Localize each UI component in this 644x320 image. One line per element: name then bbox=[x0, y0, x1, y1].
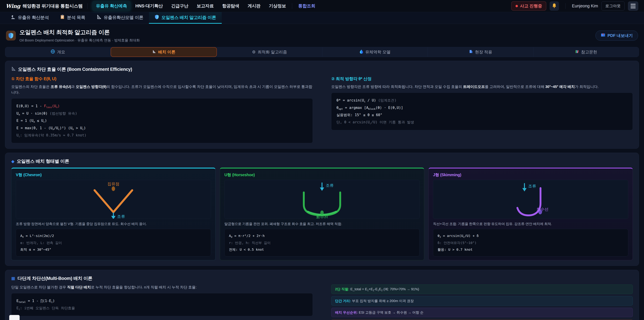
pdf-export-label: PDF 내보내기 bbox=[608, 33, 633, 38]
sub-tab-bar: 유출유 확산분석 분석 목록 유출유확산모델 이론 오일펜스 배치 알고리즘 이… bbox=[0, 12, 644, 24]
notifications-button[interactable] bbox=[550, 1, 559, 11]
divider bbox=[565, 3, 566, 9]
nav-item-board[interactable]: 게시판 bbox=[244, 1, 264, 11]
section-tab-deployment-theory[interactable]: 배치 이론 bbox=[111, 47, 217, 57]
multi-boom-card: ▦ 다단계 차단선(Multi-Boom) 배치 이론 단일 오일펜스로 차단 … bbox=[5, 270, 639, 320]
containment-left-column: ① 차단 효율 함수 E(θ, U) 오일펜스의 차단 효율은 조류 유속(U)… bbox=[11, 76, 313, 143]
user-name: Eunjeong Kim bbox=[572, 4, 598, 9]
triangle-ruler-icon bbox=[152, 50, 156, 55]
layout-caption: 직선+곡선 조합. 기름을 한쪽으로 편향 유도하여 집유. 강조류·연안 배치… bbox=[433, 221, 628, 226]
page-subtitle: Oil Boom Deployment Optimization · 유출유 확… bbox=[20, 38, 140, 43]
tab-boom-algorithm-theory[interactable]: 오일펜스 배치 알고리즘 이론 bbox=[149, 12, 222, 24]
boom-layout-types-card: ◆ 오일펜스 배치 형태별 이론 V형 (Chevron) 집유점 조류 bbox=[5, 153, 639, 266]
tab-diffusion-model-theory[interactable]: 유출유확산모델 이론 bbox=[91, 12, 149, 24]
section-tab-label: 개요 bbox=[57, 49, 65, 55]
current-label: 조류 bbox=[117, 214, 125, 219]
note-series-two-stage: 2단 직렬: E_total = E1+E2-E1E2 (예: 70%+70% … bbox=[331, 284, 633, 294]
section-tab-label: 현장 적용 bbox=[475, 49, 492, 55]
nav-item-aerial-search[interactable]: 항공탐색 bbox=[218, 1, 243, 11]
bottom-left-widget[interactable] bbox=[9, 315, 20, 320]
brand: Wing 해양환경 위기대응 통합시스템 bbox=[6, 3, 83, 9]
collection-point-dot bbox=[112, 186, 115, 191]
microscope-icon bbox=[11, 15, 16, 21]
recovery-point-dot bbox=[320, 211, 324, 215]
menu-icon bbox=[630, 4, 636, 5]
tab-label: 유출유확산모델 이론 bbox=[104, 15, 143, 21]
bell-icon bbox=[552, 3, 557, 9]
section-tab-label: 유체역학 모델 bbox=[365, 49, 390, 55]
diamond-icon: ◆ bbox=[11, 159, 14, 164]
layout-card-u-horseshoe: U형 (Horseshoe) 조류 회수선 말굽형으로 기름을 완전 포위. 폐… bbox=[220, 168, 424, 260]
multiboom-left-column: 단일 오일펜스로 차단 불가한 경우 직렬 다단 배치로 누적 차단 효율을 향… bbox=[11, 284, 313, 320]
brand-title: 해양환경 위기대응 통합시스템 bbox=[22, 3, 83, 9]
section-tab-label: 참고문헌 bbox=[581, 49, 597, 55]
top-navigation-bar: Wing 해양환경 위기대응 통합시스템 유출유 확산예측 HNS·대기확산 긴… bbox=[0, 0, 644, 12]
section-tab-bar: 개요 배치 이론 ⚙ 최적화 알고리즘 유체역학 모델 현장 적용 참고문헌 bbox=[5, 47, 639, 57]
nav-item-integrated-search[interactable]: 통합조회 bbox=[294, 1, 319, 11]
layout-caption: 조류 방향 정면에서 양측으로 펼친 V형. 기름을 중앙 집유점으로 유도. … bbox=[16, 221, 211, 226]
subsection-heading: ② 최적 방향각 θ* 산정 bbox=[331, 76, 633, 82]
layout-card-title: U형 (Horseshoe) bbox=[224, 172, 420, 178]
incident-status-badge: 사고 진행중 bbox=[511, 1, 546, 11]
nav-item-weather[interactable]: 기상정보 bbox=[265, 1, 290, 11]
brand-logo: Wing bbox=[6, 3, 20, 9]
note-stage-distance: 단간 거리: 부표 집적 방지를 위해 ≥ 200m 이격 권장 bbox=[331, 296, 633, 305]
tab-spill-analysis[interactable]: 유출유 확산분석 bbox=[5, 12, 54, 24]
divider bbox=[292, 3, 292, 9]
nav-item-rescue[interactable]: 긴급구난 bbox=[168, 1, 192, 11]
page-title-shield-icon bbox=[6, 31, 16, 41]
section-tab-optimization[interactable]: ⚙ 최적화 알고리즘 bbox=[217, 47, 322, 57]
v-boom-line bbox=[94, 190, 132, 212]
triangle-ruler-icon bbox=[96, 15, 101, 21]
containment-efficiency-card: 오일펜스 차단 효율 이론 (Boom Containment Efficien… bbox=[5, 61, 639, 149]
pdf-export-icon bbox=[601, 33, 606, 38]
section-tab-label: 최적화 알고리즘 bbox=[258, 49, 287, 55]
multiboom-formula-block: Etotal = 1 - ∏(1-Ei) Ei: i번째 오일펜스 단독 차단효… bbox=[11, 293, 313, 316]
v-chevron-diagram: 집유점 조류 bbox=[16, 180, 211, 219]
subsection-heading: ① 차단 효율 함수 E(θ, U) bbox=[11, 76, 313, 82]
u-horseshoe-diagram: 조류 회수선 bbox=[224, 180, 420, 219]
layout-card-title: J형 (Skimming) bbox=[433, 172, 628, 178]
section-tab-field-application[interactable]: 현장 적용 bbox=[428, 47, 533, 57]
water-drop-icon bbox=[360, 49, 363, 55]
main-content: 오일펜스 차단 효율 이론 (Boom Containment Efficien… bbox=[0, 57, 644, 320]
recovery-line-label: 회수선 bbox=[536, 207, 548, 212]
tab-analysis-list[interactable]: 분석 목록 bbox=[54, 12, 91, 24]
logout-button[interactable]: 로그아웃 bbox=[602, 1, 624, 11]
hamburger-menu-button[interactable] bbox=[628, 1, 638, 11]
nav-item-hns[interactable]: HNS·대기확산 bbox=[132, 1, 166, 11]
subsection-paragraph: 오일펜스의 차단 효율은 조류 유속(U)과 오일펜스 방향각(θ)의 함수입니… bbox=[11, 84, 313, 95]
note-deployment-priority: 배치 우선순위: ESI 고등급 구역 보호 → 취수원 → 어항 순 bbox=[331, 308, 633, 317]
pdf-export-button[interactable]: PDF 내보내기 bbox=[596, 31, 638, 41]
gear-icon: ⚙ bbox=[252, 50, 256, 54]
main-nav: 유출유 확산예측 HNS·대기확산 긴급구난 보고자료 항공탐색 게시판 기상정… bbox=[92, 1, 319, 11]
nav-item-oil-spill-prediction[interactable]: 유출유 확산예측 bbox=[92, 1, 131, 11]
tab-label: 오일펜스 배치 알고리즘 이론 bbox=[161, 15, 216, 21]
layout-card-v-chevron: V형 (Chevron) 집유점 조류 조류 방향 정면에서 양측으로 펼친 V… bbox=[11, 168, 216, 260]
optimal-angle-formula-block: θ* = arcsin(Uc / U) (임계조건) θopt = argmax… bbox=[331, 93, 633, 130]
j-formula-block: θJ = arcsin(Uc/U) + δ δ: 안전여유각(5°~10°) 활… bbox=[433, 229, 628, 256]
shield-icon bbox=[155, 15, 159, 21]
note-tidal-change: 조석 변화: 창조·낙조 전환 시 오일펜스 방향 재조정 필요 bbox=[331, 319, 633, 320]
books-icon bbox=[575, 50, 579, 55]
clipboard-icon bbox=[60, 15, 64, 21]
building-icon bbox=[469, 50, 473, 55]
section-tab-label: 배치 이론 bbox=[158, 49, 176, 55]
nav-item-reports[interactable]: 보고자료 bbox=[193, 1, 218, 11]
collection-point-label: 집유점 bbox=[107, 182, 120, 186]
section-tab-references[interactable]: 참고문헌 bbox=[534, 47, 639, 57]
efficiency-formula-block: E(θ,U) = 1 - Floss(Un) Un = U · sin(θ) (… bbox=[11, 98, 313, 143]
grid-icon: ▦ bbox=[11, 276, 15, 281]
u-formula-block: AU = π·r²/2 + 2r·h r: 반경, h: 직선부 길이 전제: … bbox=[224, 229, 420, 256]
v-formula-block: AV = L²·sin(2α)/2 α: 반개각, L: 편측 길이 최적 α … bbox=[16, 229, 211, 256]
page-title: 오일펜스 배치 최적화 알고리즘 이론 bbox=[20, 29, 140, 36]
section-tab-hydrodynamics[interactable]: 유체역학 모델 bbox=[322, 47, 428, 57]
containment-right-column: ② 최적 방향각 θ* 산정 오일펜스 방향각은 조류 방향에 따라 최적화됩니… bbox=[331, 76, 633, 143]
current-label: 조류 bbox=[528, 184, 536, 188]
layout-card-title: V형 (Chevron) bbox=[16, 172, 211, 178]
card-title: 다단계 차단선(Multi-Boom) 배치 이론 bbox=[18, 275, 92, 281]
multiboom-right-column: 2단 직렬: E_total = E1+E2-E1E2 (예: 70%+70% … bbox=[331, 284, 633, 320]
tab-label: 유출유 확산분석 bbox=[18, 15, 49, 21]
section-tab-overview[interactable]: 개요 bbox=[5, 47, 111, 57]
j-skimming-diagram: 조류 회수선 bbox=[433, 180, 628, 219]
